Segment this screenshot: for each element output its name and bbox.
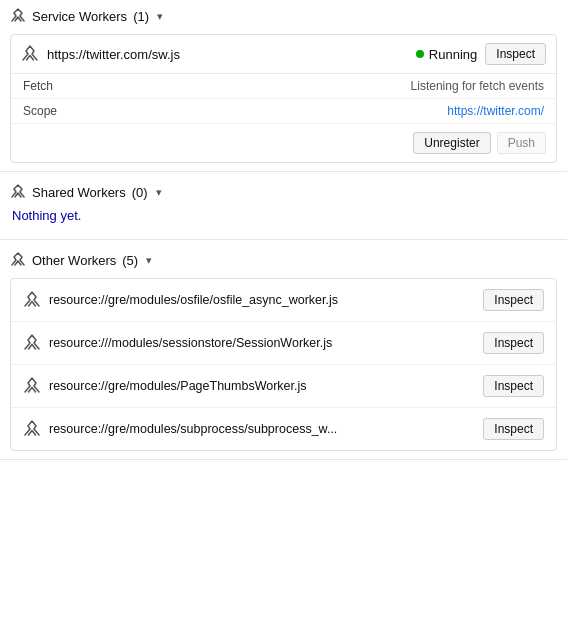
service-worker-inspect-button[interactable]: Inspect [485,43,546,65]
fetch-label: Fetch [23,79,103,93]
scope-label: Scope [23,104,103,118]
other-worker-url: resource:///modules/sessionstore/Session… [49,336,475,350]
service-worker-entry: https://twitter.com/sw.js Running Inspec… [10,34,557,163]
other-worker-icon [23,291,41,309]
other-worker-inspect-button-1[interactable]: Inspect [483,332,544,354]
other-workers-header[interactable]: Other Workers (5) ▾ [0,244,567,274]
other-workers-title: Other Workers [32,253,116,268]
shared-workers-count: (0) [132,185,148,200]
push-button[interactable]: Push [497,132,546,154]
scope-value[interactable]: https://twitter.com/ [103,104,544,118]
other-workers-chevron: ▾ [146,254,152,267]
scope-row: Scope https://twitter.com/ [11,99,556,123]
other-worker-icon [23,334,41,352]
other-worker-inspect-button-3[interactable]: Inspect [483,418,544,440]
other-worker-inspect-button-0[interactable]: Inspect [483,289,544,311]
other-worker-icon [23,420,41,438]
other-worker-url: resource://gre/modules/PageThumbsWorker.… [49,379,475,393]
service-workers-title: Service Workers [32,9,127,24]
service-workers-header[interactable]: Service Workers (1) ▾ [0,0,567,30]
shared-workers-title: Shared Workers [32,185,126,200]
service-workers-count: (1) [133,9,149,24]
worker-actions: Unregister Push [11,123,556,162]
other-worker-row: resource://gre/modules/subprocess/subpro… [11,408,556,450]
shared-workers-section: Shared Workers (0) ▾ Nothing yet. [0,172,567,240]
other-workers-section: Other Workers (5) ▾ resource://gre/modul… [0,240,567,460]
shared-workers-header[interactable]: Shared Workers (0) ▾ [0,176,567,206]
shared-worker-header-icon [10,184,26,200]
service-workers-chevron: ▾ [157,10,163,23]
shared-workers-empty: Nothing yet. [0,206,567,231]
other-worker-row: resource://gre/modules/PageThumbsWorker.… [11,365,556,408]
service-worker-icon [21,45,39,63]
other-worker-row: resource://gre/modules/osfile/osfile_asy… [11,279,556,322]
fetch-row: Fetch Listening for fetch events [11,74,556,99]
other-worker-icon [23,377,41,395]
other-worker-url: resource://gre/modules/subprocess/subpro… [49,422,475,436]
shared-workers-chevron: ▾ [156,186,162,199]
other-worker-row: resource:///modules/sessionstore/Session… [11,322,556,365]
fetch-value: Listening for fetch events [103,79,544,93]
worker-icon [10,8,26,24]
service-worker-url: https://twitter.com/sw.js [47,47,408,62]
status-text: Running [429,47,477,62]
worker-details: Fetch Listening for fetch events Scope h… [11,73,556,123]
other-worker-url: resource://gre/modules/osfile/osfile_asy… [49,293,475,307]
unregister-button[interactable]: Unregister [413,132,490,154]
status-indicator: Running [416,47,477,62]
status-dot [416,50,424,58]
service-worker-entry-header: https://twitter.com/sw.js Running Inspec… [11,35,556,73]
other-worker-header-icon [10,252,26,268]
other-workers-count: (5) [122,253,138,268]
other-worker-inspect-button-2[interactable]: Inspect [483,375,544,397]
other-workers-list: resource://gre/modules/osfile/osfile_asy… [10,278,557,451]
